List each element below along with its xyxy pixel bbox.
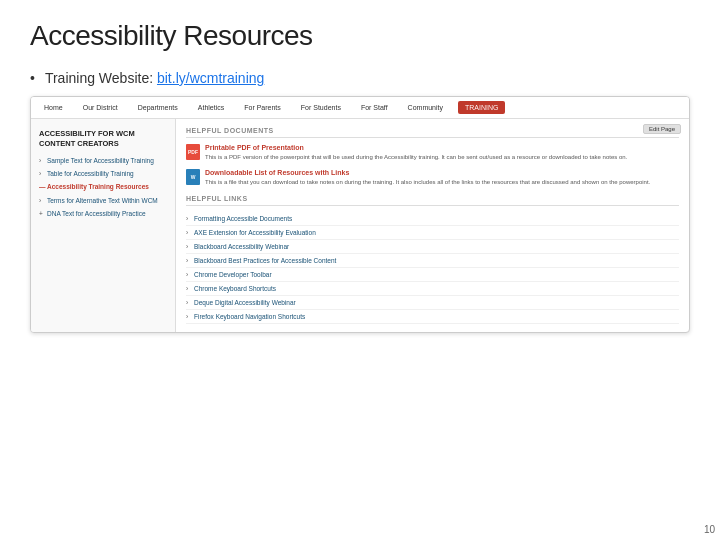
bullet-dot: • [30,70,35,86]
sidebar-link-2[interactable]: Table for Accessibility Training [39,170,167,178]
left-sidebar: ACCESSIBILITY FOR WCM CONTENT CREATORS S… [31,119,176,332]
page-number: 10 [704,524,715,535]
link-3[interactable]: Blackboard Accessibility Webinar [186,240,679,254]
link-5[interactable]: Chrome Developer Toolbar [186,268,679,282]
doc-1-desc: This is a PDF version of the powerpoint … [205,153,627,161]
link-6[interactable]: Chrome Keyboard Shortcuts [186,282,679,296]
sidebar-link-1[interactable]: Sample Text for Accessibility Training [39,157,167,165]
word-icon: W [186,169,200,185]
nav-athletics[interactable]: Athletics [193,101,229,114]
link-8[interactable]: Firefox Keyboard Navigation Shortcuts [186,310,679,324]
sidebar-link-3-active[interactable]: Accessibility Training Resources [39,183,167,191]
edit-page-button[interactable]: Edit Page [643,124,681,134]
helpful-links-header: HELPFUL LINKS [186,195,679,206]
link-1[interactable]: Formatting Accessible Documents [186,212,679,226]
doc-2-desc: This is a file that you can download to … [205,178,650,186]
training-bullet: • Training Website: bit.ly/wcmtraining [30,70,690,86]
training-text: Training Website: bit.ly/wcmtraining [45,70,264,86]
doc-1-content: Printable PDF of Presentation This is a … [205,144,627,161]
link-7[interactable]: Deque Digital Accessibility Webinar [186,296,679,310]
training-link[interactable]: bit.ly/wcmtraining [157,70,264,86]
link-2[interactable]: AXE Extension for Accessibility Evaluati… [186,226,679,240]
nav-district[interactable]: Our District [78,101,123,114]
browser-screenshot: Home Our District Departments Athletics … [30,96,690,333]
page-container: Accessibility Resources • Training Websi… [0,0,720,353]
helpful-docs-header: HELPFUL DOCUMENTS [186,127,679,138]
doc-1-title[interactable]: Printable PDF of Presentation [205,144,627,151]
doc-item-2: W Downloadable List of Resources with Li… [186,169,679,186]
sidebar-title: ACCESSIBILITY FOR WCM CONTENT CREATORS [39,129,167,149]
link-4[interactable]: Blackboard Best Practices for Accessible… [186,254,679,268]
training-label: Training Website: [45,70,157,86]
nav-training[interactable]: TRAINING [458,101,505,114]
content-area: ACCESSIBILITY FOR WCM CONTENT CREATORS S… [31,119,689,332]
page-title: Accessibility Resources [30,20,690,52]
links-section: HELPFUL LINKS Formatting Accessible Docu… [186,195,679,324]
nav-parents[interactable]: For Parents [239,101,286,114]
nav-home[interactable]: Home [39,101,68,114]
pdf-icon: PDF [186,144,200,160]
doc-2-title[interactable]: Downloadable List of Resources with Link… [205,169,650,176]
sidebar-link-4[interactable]: Terms for Alternative Text Within WCM [39,197,167,205]
nav-community[interactable]: Community [403,101,448,114]
doc-item-1: PDF Printable PDF of Presentation This i… [186,144,679,161]
nav-departments[interactable]: Departments [133,101,183,114]
nav-staff[interactable]: For Staff [356,101,393,114]
doc-2-content: Downloadable List of Resources with Link… [205,169,650,186]
nav-bar: Home Our District Departments Athletics … [31,97,689,119]
nav-students[interactable]: For Students [296,101,346,114]
main-content: Edit Page HELPFUL DOCUMENTS PDF Printabl… [176,119,689,332]
sidebar-link-5[interactable]: DNA Text for Accessibility Practice [39,210,167,218]
